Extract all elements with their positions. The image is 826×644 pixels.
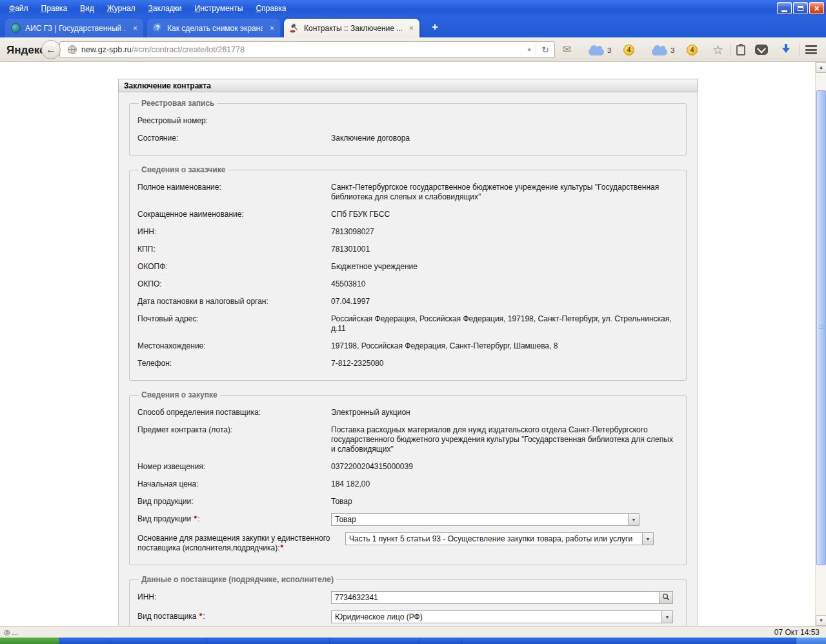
- tab-label: Контракты :: Заключение ...: [304, 24, 402, 33]
- search-icon: [662, 593, 670, 603]
- field-label: Состояние:: [137, 132, 331, 143]
- form-row: Местонахождение:197198, Российская Федер…: [137, 339, 678, 351]
- cloud-sync-icon[interactable]: [652, 48, 667, 55]
- menu-bar: Файл Правка Вид Журнал Закладки Инструме…: [3, 1, 292, 15]
- downloads-icon[interactable]: [782, 44, 790, 54]
- field-value: 781301001: [331, 243, 678, 254]
- minimize-button[interactable]: [777, 2, 792, 14]
- contract-panel: Заключение контракта Реестровая записьРе…: [118, 79, 698, 626]
- tab-label: Как сделать снимок экрана ...: [167, 24, 263, 33]
- scrollbar-thumb[interactable]: [816, 90, 826, 565]
- tab-close-icon[interactable]: ×: [409, 24, 414, 33]
- back-button[interactable]: ←: [41, 40, 61, 59]
- hamburger-menu-icon[interactable]: [805, 45, 817, 54]
- menu-edit[interactable]: Правка: [35, 1, 74, 15]
- close-icon: ×: [814, 4, 819, 13]
- required-asterisk: *: [199, 612, 203, 621]
- select-value: Часть 1 пункт 5 статьи 93 - Осуществлени…: [346, 534, 642, 544]
- form-row: Вид поставщика *:Юридическое лицо (РФ)▼: [137, 610, 678, 623]
- field-label: ИНН:: [137, 590, 331, 602]
- form-row: Телефон:7-812-2325080: [137, 357, 678, 368]
- field-value: Заключение договора: [331, 132, 678, 143]
- yandex-elements-badge[interactable]: 4: [687, 45, 698, 55]
- aisgz-favicon-icon: [11, 23, 21, 33]
- form-row: Состояние:Заключение договора: [137, 132, 678, 143]
- scroll-down-icon[interactable]: ▼: [816, 615, 826, 626]
- pocket-icon[interactable]: [755, 45, 768, 55]
- chevron-down-icon[interactable]: ▼: [661, 611, 672, 623]
- field-label: ОКОПФ:: [137, 260, 331, 272]
- select-field[interactable]: Юридическое лицо (РФ)▼: [331, 610, 673, 623]
- close-button[interactable]: ×: [809, 2, 824, 14]
- windows-taskbar[interactable]: [0, 638, 826, 644]
- bookmarks-panel-icon[interactable]: [736, 45, 745, 55]
- select-value: Товар: [332, 515, 628, 525]
- cloud-sync-icon[interactable]: [589, 48, 604, 55]
- field-value: 7-812-2325080: [331, 357, 678, 368]
- form-row: КПП:781301001: [137, 243, 678, 254]
- scroll-up-icon[interactable]: ▲: [816, 62, 826, 73]
- menu-file[interactable]: Файл: [3, 1, 35, 15]
- url-domain: new.gz-spb.ru: [81, 45, 132, 54]
- menu-history[interactable]: Журнал: [101, 1, 142, 15]
- form-row: Основание для размещения закупки у единс…: [137, 532, 678, 553]
- search-button[interactable]: [660, 591, 673, 604]
- form-row: Реестровый номер:: [137, 114, 678, 126]
- tab-close-icon[interactable]: ×: [133, 24, 137, 33]
- url-dropdown-icon[interactable]: ▼: [523, 47, 536, 53]
- search-field: [331, 592, 673, 604]
- url-bar[interactable]: new.gz-spb.ru /#cm/contract/create/lot/2…: [59, 41, 555, 58]
- form-row: Дата постановки в налоговый орган:07.04.…: [137, 295, 678, 307]
- menu-bookmarks[interactable]: Закладки: [142, 1, 188, 15]
- field-label: ИНН:: [137, 225, 331, 237]
- chevron-down-icon[interactable]: ▼: [628, 514, 639, 525]
- chevron-down-icon[interactable]: ▼: [642, 533, 653, 545]
- yandex-logo: Яндекс: [6, 44, 45, 57]
- form-row: Номер извещения:0372200204315000039: [137, 460, 678, 472]
- field-label: Основание для размещения закупки у единс…: [137, 532, 345, 553]
- tab-contracts[interactable]: Контракты :: Заключение ... ×: [284, 19, 419, 37]
- bookmark-star-icon[interactable]: ☆: [712, 43, 723, 57]
- section-legend: Сведения о закупке: [139, 390, 220, 399]
- form-row: Полное наименование:Санкт-Петербургское …: [137, 181, 678, 202]
- tab-aisgz[interactable]: АИС ГЗ | Государственный ... ×: [5, 19, 143, 37]
- tab-screenshot-help[interactable]: ? Как сделать снимок экрана ... ×: [147, 19, 280, 37]
- site-globe-icon: [68, 45, 77, 54]
- select-field[interactable]: Часть 1 пункт 5 статьи 93 - Осуществлени…: [345, 532, 654, 545]
- new-tab-button[interactable]: +: [426, 20, 444, 35]
- cloud-count-badge: 3: [670, 46, 674, 54]
- field-label: Почтовый адрес:: [137, 312, 331, 324]
- form-row: ОКПО:45503810: [137, 277, 678, 289]
- tab-close-icon[interactable]: ×: [270, 24, 274, 33]
- field-label: Вид продукции:: [137, 495, 331, 507]
- mail-icon[interactable]: ✉: [563, 43, 571, 55]
- select-field[interactable]: Товар▼: [331, 513, 640, 526]
- field-label: Реестровый номер:: [137, 114, 331, 126]
- section-legend: Реестровая запись: [139, 99, 217, 108]
- form-row: Предмет контракта (лота):Поставка расход…: [137, 423, 678, 454]
- form-row: ИНН:7813098027: [137, 225, 678, 237]
- menu-view[interactable]: Вид: [74, 1, 101, 15]
- form-row: ИНН:: [137, 590, 678, 604]
- reload-icon[interactable]: ↻: [536, 45, 554, 55]
- tab-strip: АИС ГЗ | Государственный ... × ? Как сде…: [0, 17, 826, 37]
- field-label: Вид поставщика *:: [137, 610, 331, 621]
- required-asterisk: *: [194, 514, 197, 523]
- field-label: Сокращенное наименование:: [137, 208, 331, 219]
- yandex-elements-badge[interactable]: 4: [623, 45, 634, 55]
- field-value: Санкт-Петербургское государственное бюдж…: [331, 181, 678, 202]
- field-value: [331, 114, 678, 116]
- section-3: Данные о поставщике (подрядчике, исполни…: [129, 575, 687, 626]
- start-button[interactable]: [0, 638, 59, 644]
- field-value: СПб ГБУК ГБСС: [331, 208, 678, 219]
- restore-button[interactable]: [793, 2, 808, 14]
- section-2: Сведения о закупкеСпособ определения пос…: [129, 390, 687, 565]
- inn-input[interactable]: [331, 591, 660, 604]
- field-value: Товар▼: [331, 512, 678, 526]
- gavel-favicon-icon: [290, 23, 299, 33]
- select-value: Юридическое лицо (РФ): [332, 612, 661, 622]
- menu-help[interactable]: Справка: [249, 1, 292, 15]
- field-label: Вид продукции *:: [137, 512, 331, 524]
- vertical-scrollbar[interactable]: ▲ ▼: [815, 62, 826, 626]
- menu-tools[interactable]: Инструменты: [188, 1, 250, 15]
